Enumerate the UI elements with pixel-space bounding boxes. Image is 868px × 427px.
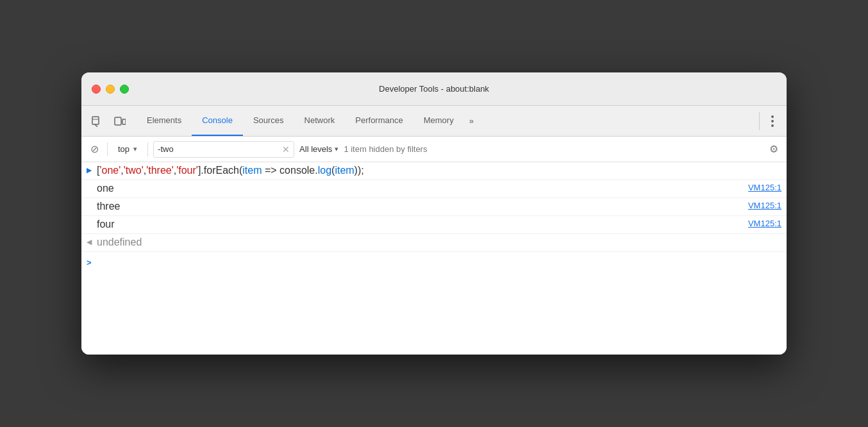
console-output: ▶ ['one','two','three','four'].forEach(i… — [81, 162, 787, 355]
expand-arrow-icon[interactable]: ▶ — [87, 165, 97, 174]
console-toolbar-separator2 — [147, 142, 148, 156]
source-link-three[interactable]: VM125:1 — [738, 201, 781, 210]
hidden-filters-message: 1 item hidden by filters — [344, 144, 761, 154]
tab-network[interactable]: Network — [294, 106, 346, 136]
console-toolbar: ⊘ top ▾ ✕ All levels ▾ 1 item hidden by … — [81, 137, 787, 162]
tab-more-button[interactable]: » — [464, 106, 479, 136]
code-string-three: 'three' — [146, 165, 174, 176]
row-spacer-one — [87, 183, 97, 184]
code-foreach: forEach — [204, 165, 239, 176]
filter-input-wrap: ✕ — [153, 141, 294, 158]
context-label: top — [118, 144, 129, 154]
filter-clear-button[interactable]: ✕ — [282, 144, 290, 155]
devtools-menu-button[interactable] — [764, 112, 781, 130]
return-arrow-icon: ◀ — [87, 237, 97, 246]
levels-label: All levels — [299, 144, 332, 154]
traffic-lights — [92, 85, 129, 94]
output-text-three: three — [97, 201, 738, 212]
filter-input[interactable] — [158, 144, 282, 154]
code-console: console — [280, 165, 315, 176]
code-string-four: 'four' — [176, 165, 198, 176]
maximize-button[interactable] — [120, 85, 129, 94]
svg-rect-2 — [122, 119, 126, 124]
device-toggle-button[interactable] — [110, 111, 130, 131]
svg-rect-1 — [115, 117, 121, 125]
tab-console[interactable]: Console — [192, 106, 243, 136]
tab-toolbar: Elements Console Sources Network Perform… — [81, 106, 787, 137]
row-spacer-three — [87, 201, 97, 202]
tab-list: Elements Console Sources Network Perform… — [137, 106, 755, 136]
undefined-row: ◀ undefined — [81, 234, 787, 252]
code-row-content: ['one','two','three','four'].forEach(ite… — [97, 165, 781, 176]
context-arrow-icon: ▾ — [133, 145, 137, 153]
code-string-one: 'one' — [99, 165, 121, 176]
row-spacer-four — [87, 219, 97, 220]
code-string-two: 'two' — [124, 165, 144, 176]
devtools-window: Developer Tools - about:blank Elements C… — [81, 72, 787, 355]
clear-console-button[interactable]: ⊘ — [87, 142, 102, 157]
output-row-one: one VM125:1 — [81, 180, 787, 198]
output-text-four: four — [97, 219, 738, 230]
svg-rect-0 — [92, 117, 99, 124]
code-item-arg: item — [335, 165, 354, 176]
output-row-four: four VM125:1 — [81, 216, 787, 234]
tab-memory[interactable]: Memory — [413, 106, 464, 136]
toolbar-separator — [759, 112, 760, 130]
console-code-row: ▶ ['one','two','three','four'].forEach(i… — [81, 162, 787, 180]
code-param: item — [242, 165, 262, 176]
levels-selector[interactable]: All levels ▾ — [299, 144, 338, 154]
source-link-one[interactable]: VM125:1 — [738, 183, 781, 192]
tab-elements[interactable]: Elements — [137, 106, 192, 136]
console-input-row: > — [81, 252, 787, 272]
inspect-element-button[interactable] — [87, 111, 107, 131]
levels-arrow-icon: ▾ — [335, 145, 338, 153]
console-prompt-icon: > — [87, 258, 92, 267]
minimize-button[interactable] — [106, 85, 115, 94]
close-button[interactable] — [92, 85, 101, 94]
title-bar: Developer Tools - about:blank — [81, 72, 787, 106]
toolbar-icons — [87, 111, 130, 131]
source-link-four[interactable]: VM125:1 — [738, 219, 781, 228]
console-settings-button[interactable]: ⚙ — [766, 142, 781, 157]
undefined-text: undefined — [97, 237, 781, 248]
output-row-three: three VM125:1 — [81, 198, 787, 216]
tab-performance[interactable]: Performance — [345, 106, 413, 136]
tab-sources[interactable]: Sources — [243, 106, 294, 136]
window-title: Developer Tools - about:blank — [379, 84, 489, 94]
output-text-one: one — [97, 183, 738, 194]
console-toolbar-separator — [107, 142, 108, 156]
code-log: log — [318, 165, 331, 176]
context-selector[interactable]: top ▾ — [113, 143, 142, 155]
